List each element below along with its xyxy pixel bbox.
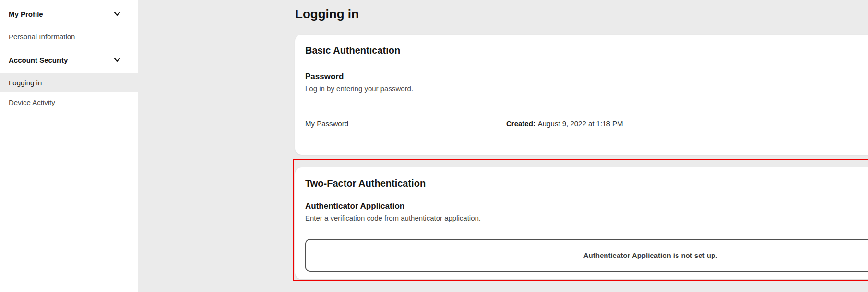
sidebar-item-label: Logging in (9, 79, 42, 87)
sidebar-item-personal-information[interactable]: Personal Information (0, 27, 138, 46)
authenticator-empty-state-text: Authenticator Application is not set up. (583, 251, 717, 259)
two-factor-authentication-card: Two-Factor Authentication Authenticator … (295, 167, 868, 279)
password-section-title: Password (305, 72, 344, 82)
basic-authentication-card: Basic Authentication Password Log in by … (295, 35, 868, 155)
main-content: Logging in Basic Authentication Password… (138, 0, 868, 292)
chevron-down-icon (114, 12, 120, 16)
created-value: August 9, 2022 at 1:18 PM (538, 119, 623, 128)
sidebar-item-label: Account Security (9, 56, 68, 64)
page-title: Logging in (295, 7, 359, 22)
card-title: Basic Authentication (305, 45, 400, 56)
sidebar-item-account-security[interactable]: Account Security (0, 50, 138, 70)
sidebar-item-my-profile[interactable]: My Profile (0, 4, 138, 23)
sidebar-item-logging-in[interactable]: Logging in (0, 73, 138, 92)
password-created-line: Created:August 9, 2022 at 1:18 PM (506, 119, 623, 128)
sidebar-item-label: Device Activity (9, 98, 55, 106)
created-label: Created: (506, 119, 535, 128)
sidebar-item-device-activity[interactable]: Device Activity (0, 93, 138, 112)
authenticator-application-description: Enter a verification code from authentic… (305, 214, 481, 222)
card-title: Two-Factor Authentication (305, 178, 426, 189)
account-settings-page: My Profile Personal Information Account … (0, 0, 868, 292)
chevron-down-icon (114, 58, 120, 62)
sidebar-item-label: Personal Information (9, 33, 75, 41)
sidebar-item-label: My Profile (9, 10, 43, 18)
password-section-description: Log in by entering your password. (305, 84, 413, 93)
sidebar-nav: My Profile Personal Information Account … (0, 0, 138, 292)
password-row-label: My Password (305, 119, 348, 128)
authenticator-empty-state-box: Authenticator Application is not set up. (305, 239, 868, 272)
authenticator-application-title: Authenticator Application (305, 201, 404, 211)
